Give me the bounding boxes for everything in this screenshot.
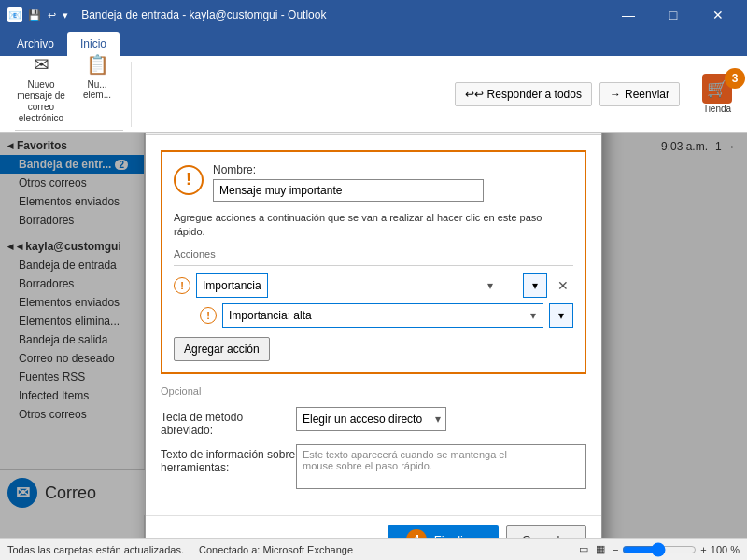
- step4-badge: 4: [406, 529, 427, 538]
- reply-all-button[interactable]: ↩↩ Responder a todos: [455, 82, 592, 106]
- new-item-button[interactable]: 📋 Nu...elem...: [71, 46, 123, 128]
- action1-dropdown-button[interactable]: ▾: [523, 273, 547, 298]
- status-middle: Conectado a: Microsoft Exchange: [199, 544, 353, 555]
- new-email-label: Nuevo mensaje decorreo electrónico: [17, 79, 65, 124]
- ribbon-right-actions: ↩↩ Responder a todos → Reenviar: [455, 82, 680, 106]
- shortcut-label: Tecla de método abreviado:: [161, 407, 296, 437]
- actions-section: Acciones ! Importancia ▾: [174, 248, 573, 361]
- dialog-overlay: Editar paso rápido ? ✕ ! Nombre:: [0, 133, 747, 538]
- app-icon: 📧: [7, 7, 22, 22]
- new-item-icon: 📋: [82, 49, 112, 79]
- forward-icon: →: [610, 88, 621, 101]
- close-button[interactable]: ✕: [697, 0, 740, 30]
- action-row-2: ! Importancia: alta ▾: [174, 303, 573, 328]
- actions-divider: [174, 265, 573, 266]
- cancel-button[interactable]: Cancelar: [506, 525, 586, 538]
- window-title: Bandeja de entrada - kayla@customgui - O…: [81, 8, 601, 21]
- shortcut-select[interactable]: Elegir un acceso directo: [296, 407, 446, 431]
- action1-remove-button[interactable]: ✕: [553, 275, 573, 296]
- maximize-button[interactable]: □: [652, 0, 695, 30]
- optional-label: Opcional: [161, 385, 586, 399]
- ribbon-new-buttons: ✉ Nuevo mensaje decorreo electrónico 📋 N…: [15, 46, 123, 128]
- name-form-group: Nombre:: [213, 163, 484, 202]
- step3-badge: 3: [725, 68, 745, 89]
- forward-button[interactable]: → Reenviar: [599, 82, 680, 106]
- status-right: ▭ ▦ − + 100 %: [579, 542, 740, 557]
- finish-button[interactable]: 4 Finalizar: [388, 525, 499, 538]
- quick-step-dialog: Editar paso rápido ? ✕ ! Nombre:: [145, 133, 602, 538]
- status-left: Todas las carpetas están actualizadas.: [7, 544, 184, 555]
- reply-all-icon: ↩↩: [465, 88, 484, 101]
- action-row-1: ! Importancia ▾ ✕: [174, 273, 573, 298]
- name-input[interactable]: [213, 179, 484, 202]
- ribbon-content: ✉ Nuevo mensaje decorreo electrónico 📋 N…: [0, 56, 747, 133]
- tooltip-textarea[interactable]: Este texto aparecerá cuando se mantenga …: [296, 444, 586, 489]
- action2-select-wrapper: Importancia: alta: [222, 303, 543, 328]
- warning-row: ! Nombre:: [174, 163, 573, 202]
- new-item-label: Nu...elem...: [83, 79, 111, 100]
- actions-label: Acciones: [174, 248, 573, 259]
- warning-icon: !: [174, 165, 204, 195]
- action1-select[interactable]: Importancia: [196, 273, 268, 298]
- reply-all-label: Responder a todos: [487, 88, 582, 101]
- app-window: 📧 💾 ↩ ▾ Bandeja de entrada - kayla@custo…: [0, 0, 747, 560]
- action1-icon: !: [174, 277, 190, 294]
- minimize-button[interactable]: —: [607, 0, 650, 30]
- view-compact-icon[interactable]: ▦: [596, 543, 605, 555]
- zoom-in-button[interactable]: +: [700, 544, 706, 555]
- shortcut-value: Elegir un acceso directo: [296, 407, 586, 431]
- action2-icon: !: [200, 307, 217, 324]
- optional-section: Opcional Tecla de método abreviado: Eleg…: [161, 385, 586, 493]
- add-action-button[interactable]: Agregar acción: [174, 337, 270, 361]
- store-area: 3 🛒 Tienda: [695, 74, 740, 114]
- shortcut-row: Tecla de método abreviado: Elegir un acc…: [161, 407, 586, 437]
- description-text: Agregue acciones a continuación que se v…: [174, 211, 573, 240]
- dialog-body: ! Nombre: Agregue acciones a continuació…: [146, 135, 601, 516]
- action2-select[interactable]: Importancia: alta: [222, 303, 543, 328]
- quick-access: 💾 ↩ ▾: [28, 9, 68, 21]
- qa-dropdown-icon[interactable]: ▾: [63, 9, 68, 21]
- action2-dropdown-button[interactable]: ▾: [549, 303, 573, 328]
- view-normal-icon[interactable]: ▭: [579, 543, 588, 555]
- ribbon-group-new: ✉ Nuevo mensaje decorreo electrónico 📋 N…: [7, 62, 132, 127]
- save-icon[interactable]: 💾: [28, 9, 41, 21]
- status-bar: Todas las carpetas están actualizadas. C…: [0, 538, 747, 560]
- zoom-controls: − + 100 %: [613, 542, 740, 557]
- tooltip-row: Texto de información sobre herramientas:…: [161, 444, 586, 493]
- undo-icon[interactable]: ↩: [48, 9, 56, 21]
- add-action-row: Agregar acción: [174, 337, 573, 361]
- window-controls: — □ ✕: [607, 0, 740, 30]
- finish-label: Finalizar: [434, 533, 480, 538]
- shortcut-select-wrapper: Elegir un acceso directo: [296, 407, 446, 431]
- action1-select-wrapper: Importancia: [196, 273, 517, 298]
- orange-section: ! Nombre: Agregue acciones a continuació…: [161, 150, 586, 375]
- forward-label: Reenviar: [625, 88, 669, 101]
- main-content: ◂ Favoritos Bandeja de entr... 2 Otros c…: [0, 133, 747, 538]
- zoom-level: 100 %: [711, 544, 740, 555]
- new-email-icon: ✉: [26, 49, 56, 79]
- dialog-footer: 4 Finalizar Cancelar: [146, 515, 601, 538]
- zoom-slider[interactable]: [622, 542, 697, 557]
- new-email-button[interactable]: ✉ Nuevo mensaje decorreo electrónico: [15, 46, 67, 128]
- name-label: Nombre:: [213, 163, 484, 176]
- tooltip-label: Texto de información sobre herramientas:: [161, 444, 296, 474]
- store-label: Tienda: [703, 104, 731, 114]
- tooltip-value: Este texto aparecerá cuando se mantenga …: [296, 444, 586, 493]
- ribbon: Archivo Inicio ✉ Nuevo mensaje decorreo …: [0, 30, 747, 133]
- zoom-out-button[interactable]: −: [613, 544, 618, 555]
- title-bar: 📧 💾 ↩ ▾ Bandeja de entrada - kayla@custo…: [0, 0, 747, 30]
